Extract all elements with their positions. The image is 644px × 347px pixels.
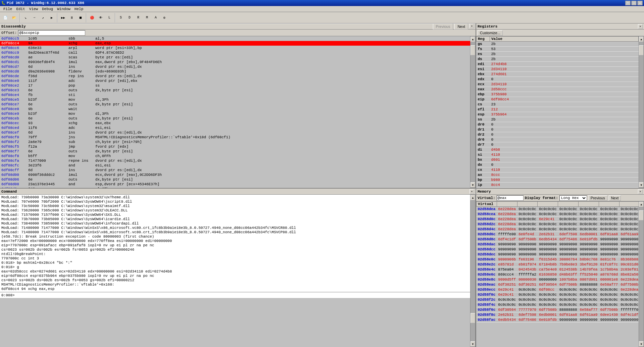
memory-close-icon[interactable]: ✕ xyxy=(638,189,643,194)
customize-button[interactable]: Customize... xyxy=(478,30,503,36)
disassembly-prev-button[interactable]: Previous xyxy=(433,23,453,30)
table-row[interactable]: 6df08cc99ad26eac87f46dcall6DF4.87AC6ED2 xyxy=(0,50,470,55)
mem-scroll-track[interactable] xyxy=(639,207,644,341)
toolbar-run-to[interactable]: ▶ xyxy=(48,14,56,22)
reg-name-cell: ip xyxy=(477,183,490,188)
table-row[interactable]: 6df08cd169036efd84f4imuleax,dword ptr [e… xyxy=(0,60,470,64)
close-button[interactable]: ✕ xyxy=(637,1,643,5)
reg-scroll-track[interactable] xyxy=(639,42,644,182)
table-row[interactable]: 6df08cc6636e33arplword ptr [esi+33h],bp xyxy=(0,46,470,50)
disasm-scroll-track[interactable] xyxy=(470,42,475,182)
cmd-scroll-up[interactable]: ▲ xyxy=(470,195,475,200)
disasm-address: 6df08d08 xyxy=(0,182,27,187)
table-row[interactable]: 6df08cc494xchgeax,esp xyxy=(0,41,470,46)
disasm-bytes: d9a2036e6908 xyxy=(27,69,67,74)
table-row[interactable]: 6df08cfc3e23f6andesi,esi xyxy=(0,163,470,168)
table-row[interactable]: 6df08ce36eoutsdx,byte ptr [esi] xyxy=(0,88,470,93)
toolbar-locals[interactable]: L xyxy=(105,14,113,22)
toolbar-new[interactable]: 📄 xyxy=(1,14,9,22)
table-row[interactable]: 6df08cd8d9a2036e6908fldenv[edx+8696E03h] xyxy=(0,69,470,74)
toolbar-open[interactable]: 📂 xyxy=(10,14,18,22)
toolbar-options[interactable]: ⚙ xyxy=(160,14,168,22)
cmd-scroll-track[interactable] xyxy=(470,200,475,341)
toolbar-src[interactable]: S xyxy=(117,14,125,22)
disasm-scroll-up[interactable]: ▲ xyxy=(470,37,475,42)
cmd-input[interactable] xyxy=(16,293,469,297)
disasm-scroll-down[interactable]: ▼ xyxy=(470,182,475,188)
mem-scrollbar[interactable]: ▲ ▼ xyxy=(639,201,644,347)
reg-scrollbar[interactable]: ▲ ▼ xyxy=(639,36,644,188)
table-row[interactable]: 6df08d066eoutsdx,byte ptr [esi] xyxy=(0,177,470,182)
memory-next-button[interactable]: Next xyxy=(609,195,621,201)
mem-value-cell: 0c0c0c0c xyxy=(579,207,599,212)
toolbar-watch[interactable]: 👁 xyxy=(97,14,105,22)
reg-scroll-up[interactable]: ▲ xyxy=(639,37,644,42)
table-row[interactable]: 6df08cdef36drep insdvord ptr es:[edi],dx xyxy=(0,74,470,79)
toolbar-disasm[interactable]: D xyxy=(126,14,134,22)
disassembly-close-icon[interactable]: ✕ xyxy=(469,23,474,28)
table-row[interactable]: 6df08cec93xchgeax,ebx xyxy=(0,121,470,126)
menu-help[interactable]: Help xyxy=(72,6,85,12)
toolbar-go[interactable]: ▶▶ xyxy=(59,14,67,22)
minimize-button[interactable]: − xyxy=(625,1,631,5)
menu-file[interactable]: File xyxy=(1,6,14,12)
cmd-scrollbar[interactable]: ▲ ▼ xyxy=(470,195,476,347)
offset-input[interactable] xyxy=(18,30,85,36)
toolbar-stop[interactable]: ⏹ xyxy=(77,14,85,22)
mem-value-cell: 3bef0120 xyxy=(579,262,599,267)
reg-scroll-down[interactable]: ▼ xyxy=(639,182,644,188)
disasm-scroll-thumb[interactable] xyxy=(470,45,475,55)
cmd-scroll-down[interactable]: ▼ xyxy=(470,341,475,347)
mem-scroll-down[interactable]: ▼ xyxy=(639,341,644,347)
table-row[interactable]: 6df08ce89bwait xyxy=(0,107,470,111)
table-row[interactable]: 6df08ce5b23fmovdl,3Fh xyxy=(0,97,470,102)
table-row[interactable]: 6df08d006908f36dddc2imulecx,dvord ptr [e… xyxy=(0,172,470,177)
memory-prev-button[interactable]: Previous xyxy=(588,195,607,201)
table-row[interactable]: 6df08cf8b5ffmovch,0FFh xyxy=(0,154,470,158)
toolbar-step-out[interactable]: ↗ xyxy=(39,14,47,22)
table-row[interactable]: 6df08cff6dinsdvord ptr es:[edi],dx xyxy=(0,168,470,172)
toolbar-break[interactable]: ⏸ xyxy=(68,14,76,22)
mem-value-cell: 2e62b31 xyxy=(497,312,517,317)
list-item: si4110 xyxy=(477,152,639,157)
table-row[interactable]: 6df08cfa71477000repne insdvord ptr es:[e… xyxy=(0,158,470,163)
table-row[interactable]: 6df08ce9b23fmovdl,3Fh xyxy=(0,111,470,116)
virtual-input[interactable] xyxy=(497,195,524,201)
table-row[interactable]: 6df08ce76eoutsdx,byte ptr [esi] xyxy=(0,102,470,107)
table-row[interactable]: 6df08cf5f12ajmpfvord ptr [edx] xyxy=(0,144,470,149)
table-row[interactable]: 6df08ce4fbsti xyxy=(0,93,470,97)
table-row[interactable]: 6df08cc51c05sbbal,5 xyxy=(0,36,470,41)
toolbar-step-over[interactable]: → xyxy=(30,14,38,22)
toolbar-regs[interactable]: R xyxy=(134,14,142,22)
table-row[interactable]: 6df08d0823a1376e3445andesp,dvord ptr [ec… xyxy=(0,182,470,187)
reg-scroll-thumb[interactable] xyxy=(639,45,644,55)
table-row[interactable]: 6df08cd76dinsdvord ptr es:[edi],dx xyxy=(0,64,470,69)
command-close-icon[interactable]: ✕ xyxy=(469,189,474,194)
table-row[interactable]: 6df08cef6dinsdvord ptr es:[edi],dx xyxy=(0,130,470,135)
toolbar-bp[interactable]: 🔴 xyxy=(88,14,96,22)
cmd-scroll-thumb[interactable] xyxy=(470,313,475,323)
toolbar-font[interactable]: A xyxy=(152,14,160,22)
disassembly-next-button[interactable]: Next xyxy=(454,23,468,30)
table-row[interactable]: 6df08cd0aescasbyte ptr es:[edi] xyxy=(0,55,470,60)
mem-scroll-thumb[interactable] xyxy=(639,210,644,220)
table-row[interactable]: 6df08ce0111fadcdvord ptr [edi],ebx xyxy=(0,79,470,83)
display-format-select[interactable]: Long Hex Byte Short Hex Long Oct xyxy=(559,195,587,201)
table-row[interactable]: 6df08cf22a6e79subch,byte ptr [esi+79h] xyxy=(0,140,470,144)
menu-view[interactable]: View xyxy=(27,6,40,12)
mem-scroll-up[interactable]: ▲ xyxy=(639,202,644,207)
disasm-scrollbar[interactable]: ▲ ▼ xyxy=(470,36,476,188)
table-row[interactable]: 6df08ce217popss xyxy=(0,83,470,88)
toolbar-step-in[interactable]: ↘ xyxy=(21,14,30,22)
table-row[interactable]: 6df08cf76eoutsdx,byte ptr [esi] xyxy=(0,149,470,154)
menu-window[interactable]: Window xyxy=(55,6,72,12)
menu-debug[interactable]: Debug xyxy=(40,6,55,12)
table-row[interactable]: 6df08ced11f6adcesi,esi xyxy=(0,126,470,130)
table-row[interactable]: 6df08cf079ffjnsMSHTML!CDiagnosticsMemory… xyxy=(0,135,470,140)
registers-close-icon[interactable]: ✕ xyxy=(638,24,643,29)
table-row[interactable]: 6df08ceb6eoutsdx,byte ptr [esi] xyxy=(0,116,470,121)
maximize-button[interactable]: □ xyxy=(631,1,637,5)
toolbar-mem[interactable]: M xyxy=(143,14,151,22)
menu-edit[interactable]: Edit xyxy=(14,6,27,12)
reg-value-cell: 2d58ccc xyxy=(490,87,639,92)
